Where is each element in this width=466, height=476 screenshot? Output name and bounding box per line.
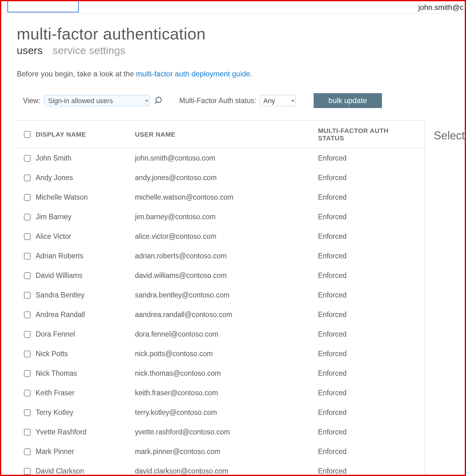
table-header: DISPLAY NAME USER NAME MULTI-FACTOR AUTH…: [17, 120, 425, 148]
view-label: View:: [23, 97, 40, 105]
cell-display-name: Keith Fraser: [36, 389, 135, 397]
view-select[interactable]: Sign-in allowed users: [44, 95, 150, 106]
table-row[interactable]: Yvette Rashfordyvette.rashford@contoso.c…: [17, 422, 425, 442]
table-row[interactable]: Jim Barneyjim.barney@contoso.comEnforced: [17, 207, 425, 227]
table-row[interactable]: Dora Fenneldora.fennel@contoso.comEnforc…: [17, 324, 425, 344]
row-checkbox[interactable]: [24, 292, 31, 299]
intro-suffix: .: [250, 70, 252, 78]
cell-user-name: nick.thomas@contoso.com: [135, 369, 318, 378]
intro-link[interactable]: multi-factor auth deployment guide: [136, 70, 250, 78]
cell-user-name: aandrea.randall@contoso.com: [135, 311, 318, 319]
cell-user-name: terry.kotley@contoso.com: [135, 408, 318, 417]
row-checkbox[interactable]: [24, 194, 31, 201]
cell-status: Enforced: [318, 428, 411, 436]
cell-user-name: keith.fraser@contoso.com: [135, 389, 318, 397]
cell-status: Enforced: [318, 291, 411, 299]
search-icon[interactable]: [155, 96, 164, 106]
col-status[interactable]: MULTI-FACTOR AUTH STATUS: [318, 127, 411, 142]
row-checkbox[interactable]: [24, 390, 31, 397]
cell-user-name: david.clarkson@contoso.com: [135, 467, 318, 475]
cell-user-name: yvette.rashford@contoso.com: [135, 428, 318, 436]
cell-display-name: Nick Thomas: [36, 369, 135, 378]
table-row[interactable]: Terry Kotleyterry.kotley@contoso.comEnfo…: [17, 403, 425, 422]
main-content: multi-factor authentication users servic…: [1, 14, 465, 476]
cell-user-name: dora.fennel@contoso.com: [135, 330, 318, 338]
status-label: Multi-Factor Auth status:: [179, 97, 256, 105]
cell-status: Enforced: [318, 193, 411, 202]
tab-service-settings[interactable]: service settings: [53, 44, 125, 57]
table-row[interactable]: Mark Pinnermark.pinner@contoso.comEnforc…: [17, 442, 425, 461]
cell-display-name: Jim Barney: [36, 213, 135, 221]
row-checkbox[interactable]: [24, 175, 31, 181]
row-checkbox[interactable]: [24, 331, 31, 338]
cell-status: Enforced: [318, 154, 411, 162]
row-checkbox[interactable]: [24, 155, 31, 162]
table-row[interactable]: Alice Victoralice.victor@contoso.comEnfo…: [17, 227, 425, 246]
table-row[interactable]: David Clarksondavid.clarkson@contoso.com…: [17, 461, 425, 476]
cell-display-name: Andy Jones: [36, 174, 135, 182]
row-checkbox[interactable]: [24, 468, 31, 475]
cell-status: Enforced: [318, 369, 411, 378]
top-bar: john.smith@c: [1, 1, 465, 14]
col-display-name[interactable]: DISPLAY NAME: [36, 131, 135, 138]
cell-user-name: john.smith@contoso.com: [135, 154, 318, 162]
filter-row: View: Sign-in allowed users Multi-Factor…: [17, 93, 465, 108]
bulk-update-button[interactable]: bulk update: [314, 93, 382, 108]
svg-line-1: [155, 102, 156, 103]
select-all-checkbox[interactable]: [24, 131, 31, 138]
table-row[interactable]: Michelle Watsonmichelle.watson@contoso.c…: [17, 188, 425, 207]
cell-display-name: Michelle Watson: [36, 193, 135, 202]
row-checkbox[interactable]: [24, 351, 31, 357]
row-checkbox[interactable]: [24, 448, 31, 455]
main-area: DISPLAY NAME USER NAME MULTI-FACTOR AUTH…: [17, 120, 465, 476]
table-body: John Smithjohn.smith@contoso.comEnforced…: [17, 148, 425, 476]
row-checkbox[interactable]: [24, 272, 31, 279]
status-select[interactable]: Any: [260, 95, 296, 106]
cell-display-name: Yvette Rashford: [36, 428, 135, 436]
table-row[interactable]: Nick Pottsnick.potts@contoso.comEnforced: [17, 344, 425, 364]
cell-display-name: John Smith: [36, 154, 135, 162]
row-checkbox[interactable]: [24, 311, 31, 318]
svg-point-0: [156, 97, 161, 102]
table-row[interactable]: David Williamsdavid.williams@contoso.com…: [17, 266, 425, 285]
cell-status: Enforced: [318, 408, 411, 417]
cell-display-name: Nick Potts: [36, 350, 135, 358]
row-checkbox[interactable]: [24, 214, 31, 220]
cell-user-name: nick.potts@contoso.com: [135, 350, 318, 358]
table-row[interactable]: Keith Fraserkeith.fraser@contoso.comEnfo…: [17, 383, 425, 403]
cell-user-name: mark.pinner@contoso.com: [135, 447, 318, 456]
cell-user-name: sandra.bentley@contoso.com: [135, 291, 318, 299]
cell-user-name: andy.jones@contoso.com: [135, 174, 318, 182]
tab-strip: users service settings: [17, 44, 465, 57]
tab-users[interactable]: users: [17, 44, 43, 57]
intro-text: Before you begin, take a look at the mul…: [17, 70, 465, 78]
signed-in-user: john.smith@c: [418, 3, 464, 12]
table-row[interactable]: John Smithjohn.smith@contoso.comEnforced: [17, 148, 425, 168]
row-checkbox[interactable]: [24, 429, 31, 436]
cell-user-name: alice.victor@contoso.com: [135, 232, 318, 241]
table-row[interactable]: Sandra Bentleysandra.bentley@contoso.com…: [17, 285, 425, 305]
table-row[interactable]: Andy Jonesandy.jones@contoso.comEnforced: [17, 168, 425, 188]
cell-display-name: Dora Fennel: [36, 330, 135, 338]
intro-prefix: Before you begin, take a look at the: [17, 70, 136, 78]
side-panel-title: Select: [434, 129, 465, 142]
cell-status: Enforced: [318, 213, 411, 221]
col-user-name[interactable]: USER NAME: [135, 131, 318, 138]
cell-status: Enforced: [318, 447, 411, 456]
table-row[interactable]: Nick Thomasnick.thomas@contoso.comEnforc…: [17, 364, 425, 383]
row-checkbox[interactable]: [24, 409, 31, 416]
cell-display-name: Sandra Bentley: [36, 291, 135, 299]
cell-user-name: michelle.watson@contoso.com: [135, 193, 318, 202]
table-row[interactable]: Adrian Robertsadrian.roberts@contoso.com…: [17, 246, 425, 266]
cell-display-name: David Williams: [36, 271, 135, 280]
cell-display-name: Adrian Roberts: [36, 252, 135, 260]
cell-user-name: jim.barney@contoso.com: [135, 213, 318, 221]
page-title: multi-factor authentication: [17, 25, 465, 43]
table-row[interactable]: Andrea Randallaandrea.randall@contoso.co…: [17, 305, 425, 324]
users-table: DISPLAY NAME USER NAME MULTI-FACTOR AUTH…: [17, 120, 425, 476]
row-checkbox[interactable]: [24, 233, 31, 240]
row-checkbox[interactable]: [24, 253, 31, 260]
row-checkbox[interactable]: [24, 370, 31, 377]
cell-display-name: Andrea Randall: [36, 311, 135, 319]
cell-status: Enforced: [318, 467, 411, 475]
